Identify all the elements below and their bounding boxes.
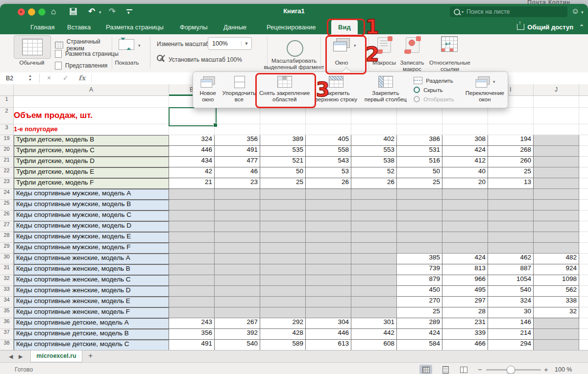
shaded-cell[interactable] [488,210,534,221]
value-cell[interactable]: 531 [397,146,442,157]
shaded-cell[interactable] [215,221,260,232]
shaded-cell[interactable] [351,221,397,232]
value-cell[interactable]: 260 [488,157,534,167]
label-cell-a31[interactable]: Кеды спортивные женские, модель B [14,264,169,275]
value-cell[interactable]: 442 [351,329,397,340]
feedback-smiley-icon[interactable]: ☺ [571,7,579,16]
shaded-cell[interactable] [488,221,534,232]
value-cell[interactable]: 20 [442,178,488,189]
label-cell-a27[interactable]: Кеды спортивные мужские, модель D [14,221,169,232]
shaded-cell[interactable] [397,221,442,232]
shaded-cell[interactable] [215,297,260,307]
insert-function-icon[interactable]: fx [78,74,85,82]
shaded-cell[interactable] [169,297,215,307]
row-header-3[interactable]: 3 [0,124,14,135]
value-cell[interactable]: 412 [442,157,488,167]
shaded-cell[interactable] [215,275,260,286]
value-cell[interactable]: 30 [488,307,534,318]
normal-view-toggle[interactable] [419,365,432,374]
value-cell[interactable]: 40 [442,167,488,178]
formula-enter-icon[interactable]: ✓ [63,74,69,82]
value-cell[interactable]: 462 [488,254,534,264]
value-cell[interactable]: 301 [351,318,397,329]
empty-cell[interactable] [442,124,488,135]
shaded-cell[interactable] [306,232,351,243]
shaded-cell[interactable] [397,189,442,200]
empty-cell[interactable] [579,264,588,275]
label-cell-a25[interactable]: Кеды спортивные мужские, модель B [14,200,169,210]
value-cell[interactable]: 491 [169,340,215,350]
shaded-cell[interactable] [397,200,442,210]
shaded-cell[interactable] [169,275,215,286]
empty-cell[interactable] [579,307,588,318]
shaded-cell[interactable] [351,200,397,210]
shaded-cell[interactable] [306,264,351,275]
shaded-cell[interactable] [534,210,579,221]
value-cell[interactable]: 268 [488,146,534,157]
empty-cell[interactable] [579,243,588,254]
zoom-out-button[interactable]: − [478,365,482,374]
value-cell[interactable]: 50 [397,167,442,178]
empty-cell[interactable] [397,124,442,135]
shaded-cell[interactable] [306,307,351,318]
shaded-cell[interactable] [534,146,579,157]
menu-item-new-window[interactable]: Новое окно [195,74,221,105]
row-header-27[interactable]: 27 [0,221,14,232]
shaded-cell[interactable] [442,243,488,254]
value-cell[interactable]: 52 [351,167,397,178]
row-header-29[interactable]: 29 [0,243,14,254]
row-header-35[interactable]: 35 [0,307,14,318]
value-cell[interactable]: 1054 [488,275,534,286]
empty-cell[interactable] [579,297,588,307]
empty-cell[interactable] [579,275,588,286]
shaded-cell[interactable] [169,200,215,210]
menu-item-freeze-top-row[interactable]: Закрепить верхнюю строку [312,74,361,105]
value-cell[interactable]: 28 [442,307,488,318]
row-header-22[interactable]: 22 [0,167,14,178]
value-cell[interactable]: 50 [260,167,306,178]
value-cell[interactable]: 356 [215,135,260,146]
shaded-cell[interactable] [215,200,260,210]
value-cell[interactable]: 13 [488,178,534,189]
value-cell[interactable]: 535 [260,146,306,157]
shaded-cell[interactable] [534,157,579,167]
record-macro-button[interactable] [406,37,419,53]
shaded-cell[interactable] [260,221,306,232]
value-cell[interactable]: 289 [397,318,442,329]
value-cell[interactable]: 23 [215,178,260,189]
label-cell-a23[interactable]: Туфли детские, модель F [14,178,169,189]
shaded-cell[interactable] [351,210,397,221]
value-cell[interactable]: 424 [442,254,488,264]
empty-cell[interactable] [579,221,588,232]
shaded-cell[interactable] [306,254,351,264]
value-cell[interactable]: 243 [169,318,215,329]
shaded-cell[interactable] [534,178,579,189]
shaded-cell[interactable] [488,232,534,243]
row-header-25[interactable]: 25 [0,200,14,210]
shaded-cell[interactable] [169,243,215,254]
shaded-cell[interactable] [306,297,351,307]
value-cell[interactable]: 450 [397,286,442,297]
row-header-23[interactable]: 23 [0,178,14,189]
value-cell[interactable]: 466 [442,340,488,350]
shaded-cell[interactable] [397,243,442,254]
value-cell[interactable]: 270 [397,297,442,307]
name-box[interactable]: B2 [3,73,38,83]
shaded-cell[interactable] [534,200,579,210]
value-cell[interactable]: 516 [397,157,442,167]
empty-cell[interactable] [351,108,397,124]
shaded-cell[interactable] [306,221,351,232]
value-cell[interactable]: 356 [169,329,215,340]
empty-cell[interactable] [442,108,488,124]
label-cell-a35[interactable]: Кеды спортивные женские, модель F [14,307,169,318]
value-cell[interactable]: 434 [169,157,215,167]
menu-item-freeze-first-column[interactable]: Закрепить первый столбец [361,74,411,105]
name-box-stepper[interactable]: ▲▼ [28,74,32,82]
value-cell[interactable]: 424 [397,329,442,340]
value-cell[interactable]: 26 [351,178,397,189]
shaded-cell[interactable] [442,200,488,210]
page-layout-button[interactable]: Разметка страницы [55,50,119,58]
select-all-corner[interactable] [0,84,14,96]
empty-cell[interactable] [579,157,588,167]
shaded-cell[interactable] [215,286,260,297]
